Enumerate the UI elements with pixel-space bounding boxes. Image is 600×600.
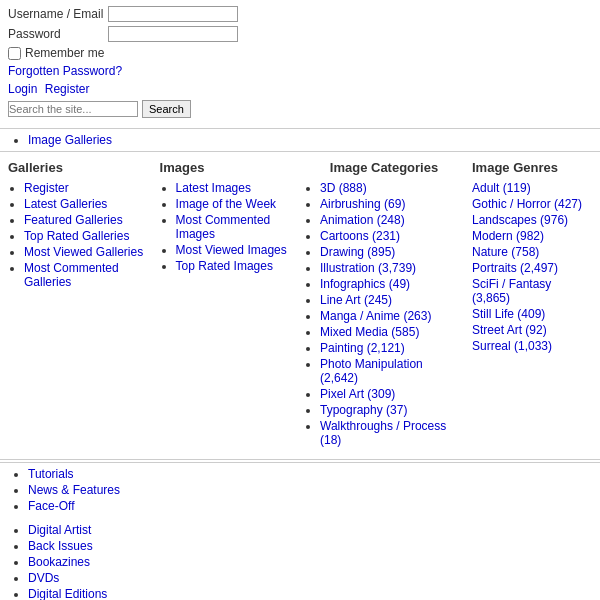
cat-lineart-link[interactable]: Line Art (245) (320, 293, 392, 307)
top-rated-images-link[interactable]: Top Rated Images (176, 259, 273, 273)
images-list: Latest Images Image of the Week Most Com… (160, 181, 296, 273)
cat-airbrushing-link[interactable]: Airbrushing (69) (320, 197, 405, 211)
cat-mixedmedia-link[interactable]: Mixed Media (585) (320, 325, 419, 339)
genre-surreal-link[interactable]: Surreal (1,033) (472, 339, 552, 353)
genre-portraits-link[interactable]: Portraits (2,497) (472, 261, 558, 275)
face-off-link[interactable]: Face-Off (28, 499, 74, 513)
image-of-week-link[interactable]: Image of the Week (176, 197, 277, 211)
genre-gothic-link[interactable]: Gothic / Horror (427) (472, 197, 582, 211)
genre-modern-link[interactable]: Modern (982) (472, 229, 544, 243)
search-input[interactable] (8, 101, 138, 117)
cat-manga-link[interactable]: Manga / Anime (263) (320, 309, 431, 323)
register-link[interactable]: Register (45, 82, 90, 96)
password-input[interactable] (108, 26, 238, 42)
genre-adult-link[interactable]: Adult (119) (472, 181, 531, 195)
galleries-heading: Galleries (8, 160, 152, 175)
dvds-link[interactable]: DVDs (28, 571, 59, 585)
galleries-register-link[interactable]: Register (24, 181, 69, 195)
categories-heading: Image Categories (304, 160, 464, 175)
galleries-list: Register Latest Galleries Featured Galle… (8, 181, 152, 289)
remember-checkbox[interactable] (8, 47, 21, 60)
most-viewed-galleries-link[interactable]: Most Viewed Galleries (24, 245, 143, 259)
cat-animation-link[interactable]: Animation (248) (320, 213, 405, 227)
remember-label: Remember me (25, 46, 104, 60)
below-links-list: Tutorials News & Features Face-Off Digit… (8, 467, 592, 600)
most-commented-galleries-link[interactable]: Most Commented Galleries (24, 261, 119, 289)
cat-photomanip-link[interactable]: Photo Manipulation (2,642) (320, 357, 423, 385)
genre-stilllife-link[interactable]: Still Life (409) (472, 307, 545, 321)
main-content: Galleries Register Latest Galleries Feat… (0, 152, 600, 457)
genres-list: Adult (119) Gothic / Horror (427) Landsc… (472, 181, 592, 353)
news-features-link[interactable]: News & Features (28, 483, 120, 497)
digital-editions-link[interactable]: Digital Editions (28, 587, 107, 600)
below-section: Tutorials News & Features Face-Off Digit… (0, 462, 600, 600)
cat-walkthroughs-link[interactable]: Walkthroughs / Process (18) (320, 419, 446, 447)
latest-images-link[interactable]: Latest Images (176, 181, 251, 195)
cat-painting-link[interactable]: Painting (2,121) (320, 341, 405, 355)
genres-heading: Image Genres (472, 160, 592, 175)
forgotten-password-link[interactable]: Forgotten Password? (8, 64, 122, 78)
images-heading: Images (160, 160, 296, 175)
image-galleries-link[interactable]: Image Galleries (28, 133, 112, 147)
latest-galleries-link[interactable]: Latest Galleries (24, 197, 107, 211)
categories-column: Image Categories 3D (888) Airbrushing (6… (304, 160, 464, 449)
back-issues-link[interactable]: Back Issues (28, 539, 93, 553)
galleries-column: Galleries Register Latest Galleries Feat… (8, 160, 152, 449)
most-commented-images-link[interactable]: Most Commented Images (176, 213, 271, 241)
cat-infographics-link[interactable]: Infographics (49) (320, 277, 410, 291)
bookazines-link[interactable]: Bookazines (28, 555, 90, 569)
cat-illustration-link[interactable]: Illustration (3,739) (320, 261, 416, 275)
tutorials-link[interactable]: Tutorials (28, 467, 74, 481)
password-label: Password (8, 27, 108, 41)
login-form: Username / Email Password Remember me Fo… (0, 0, 600, 129)
cat-3d-link[interactable]: 3D (888) (320, 181, 367, 195)
username-label: Username / Email (8, 7, 108, 21)
featured-galleries-link[interactable]: Featured Galleries (24, 213, 123, 227)
cat-typography-link[interactable]: Typography (37) (320, 403, 407, 417)
cat-cartoons-link[interactable]: Cartoons (231) (320, 229, 400, 243)
cat-drawing-link[interactable]: Drawing (895) (320, 245, 395, 259)
digital-artist-link[interactable]: Digital Artist (28, 523, 91, 537)
top-rated-galleries-link[interactable]: Top Rated Galleries (24, 229, 129, 243)
genre-landscapes-link[interactable]: Landscapes (976) (472, 213, 568, 227)
categories-list: 3D (888) Airbrushing (69) Animation (248… (304, 181, 464, 447)
genre-scifi-link[interactable]: SciFi / Fantasy (3,865) (472, 277, 551, 305)
genre-streetart-link[interactable]: Street Art (92) (472, 323, 547, 337)
search-button[interactable]: Search (142, 100, 191, 118)
genre-nature-link[interactable]: Nature (758) (472, 245, 539, 259)
images-column: Images Latest Images Image of the Week M… (160, 160, 296, 449)
login-link[interactable]: Login (8, 82, 37, 96)
genres-column: Image Genres Adult (119) Gothic / Horror… (472, 160, 592, 449)
nav-section: Image Galleries (0, 129, 600, 152)
username-input[interactable] (108, 6, 238, 22)
cat-pixelart-link[interactable]: Pixel Art (309) (320, 387, 395, 401)
most-viewed-images-link[interactable]: Most Viewed Images (176, 243, 287, 257)
